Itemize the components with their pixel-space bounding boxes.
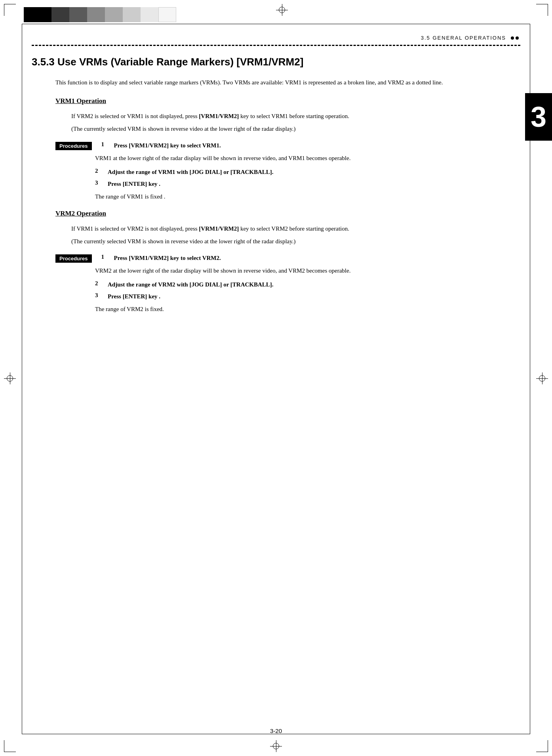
crosshair-top [276, 4, 288, 16]
vrm1-procedures-row: Procedures 1 Press [VRM1/VRM2] key to se… [55, 141, 520, 150]
crosshair-right [536, 372, 548, 384]
crosshair-left [4, 372, 16, 384]
crosshair-circle-bottom [273, 743, 279, 749]
vrm2-step1-desc: VRM2 at the lower right of the radar dis… [95, 266, 520, 276]
vrm1-step3-desc: The range of VRM1 is fixed . [95, 192, 520, 202]
vrm2-procedures-row: Procedures 1 Press [VRM1/VRM2] key to se… [55, 254, 520, 263]
vrm2-step2-number: 2 [95, 280, 102, 287]
bar-light [123, 7, 141, 22]
vrm1-body1: If VRM2 is selected or VRM1 is not displ… [71, 111, 520, 122]
vrm2-step3-number: 3 [95, 292, 102, 299]
vrm2-step3-title: Press [ENTER] key . [108, 292, 160, 301]
vrm2-body1: If VRM1 is selected or VRM2 is not displ… [71, 224, 520, 234]
vrm2-heading: VRM2 Operation [55, 210, 520, 218]
vrm1-step1: 1 Press [VRM1/VRM2] key to select VRM1. [101, 141, 221, 150]
vrm2-step1: 1 Press [VRM1/VRM2] key to select VRM2. [101, 254, 221, 263]
crosshair-circle-right [539, 375, 545, 382]
border-top [22, 24, 530, 24]
header-dot-2 [516, 36, 519, 40]
header-dot-1 [511, 36, 514, 40]
vrm2-step1-title: Press [VRM1/VRM2] key to select VRM2. [114, 254, 221, 263]
header-line: 3.5 GENERAL OPERATIONS [32, 35, 520, 42]
vrm1-step2-row: 2 Adjust the range of VRM1 with [JOG DIA… [95, 168, 520, 177]
bar-white [158, 7, 176, 22]
vrm1-step2-number: 2 [95, 168, 102, 174]
vrm2-step2-title: Adjust the range of VRM2 with [JOG DIAL]… [108, 280, 274, 289]
crosshair-circle-left [7, 375, 13, 382]
bar-very-light [141, 7, 158, 22]
main-content: 3.5 GENERAL OPERATIONS 3.5.3 Use VRMs (V… [32, 35, 520, 318]
vrm1-step3-title: Press [ENTER] key . [108, 179, 160, 189]
vrm1-step1-desc: VRM1 at the lower right of the radar dis… [95, 153, 520, 164]
bar-medium [87, 7, 105, 22]
vrm1-procedures-badge: Procedures [55, 142, 92, 150]
bar-black [24, 7, 51, 22]
bar-dark [51, 7, 69, 22]
vrm1-step1-title: Press [VRM1/VRM2] key to select VRM1. [114, 141, 221, 150]
corner-mark-tr [536, 4, 548, 16]
vrm1-heading: VRM1 Operation [55, 97, 520, 105]
vrm2-procedures-badge: Procedures [55, 254, 92, 263]
vrm1-step3-number: 3 [95, 179, 102, 186]
header-dots [511, 36, 519, 40]
vrm1-step2-title: Adjust the range of VRM1 with [JOG DIAL]… [108, 168, 274, 177]
dashed-separator [32, 45, 520, 46]
vrm2-body2: (The currently selected VRM is shown in … [71, 237, 520, 247]
section-tab-number: 3 [531, 103, 546, 131]
corner-mark-br [536, 740, 548, 752]
vrm2-step2-row: 2 Adjust the range of VRM2 with [JOG DIA… [95, 280, 520, 289]
crosshair-bottom [270, 740, 282, 752]
crosshair-circle [279, 7, 285, 13]
corner-mark-tl [4, 4, 16, 16]
intro-text: This function is to display and select v… [55, 78, 520, 88]
vrm2-step1-number: 1 [101, 254, 108, 260]
top-color-bar [24, 7, 176, 22]
bar-medium-dark [69, 7, 87, 22]
vrm1-step3-row: 3 Press [ENTER] key . [95, 179, 520, 189]
chapter-heading: 3.5.3 Use VRMs (Variable Range Markers) … [32, 55, 520, 69]
corner-mark-bl [4, 740, 16, 752]
vrm2-step3-row: 3 Press [ENTER] key . [95, 292, 520, 301]
border-left [22, 24, 22, 734]
header-section-title: 3.5 GENERAL OPERATIONS [421, 35, 506, 41]
bar-light-medium [105, 7, 123, 22]
vrm2-step3-desc: The range of VRM2 is fixed. [95, 304, 520, 315]
section-tab: 3 [525, 93, 552, 141]
page: 3 3.5 GENERAL OPERATIONS 3.5.3 Use VRMs … [0, 0, 552, 756]
vrm1-step1-number: 1 [101, 141, 108, 148]
vrm1-body2: (The currently selected VRM is shown in … [71, 124, 520, 134]
page-number: 3-20 [0, 727, 552, 734]
